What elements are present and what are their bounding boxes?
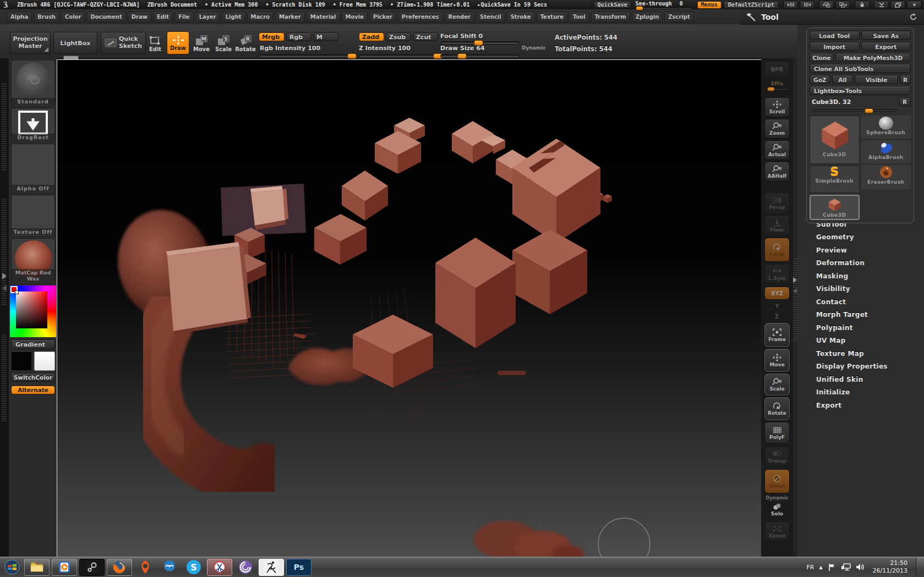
network-icon[interactable] <box>841 563 851 571</box>
taskbar-steam[interactable] <box>79 559 105 576</box>
taskbar-firefox[interactable] <box>107 559 132 576</box>
tool-r-button[interactable]: R <box>899 97 911 106</box>
tool-thumb-cube3d[interactable]: Cube3D <box>810 116 860 164</box>
collapse-right-button[interactable] <box>800 1 814 9</box>
draw-size-slider[interactable] <box>440 54 520 58</box>
section-texture-map[interactable]: Texture Map <box>797 347 924 360</box>
mrgb-button[interactable]: Mrgb <box>259 32 285 41</box>
save-as-button[interactable]: Save As <box>861 31 911 40</box>
scroll-button[interactable]: Scroll <box>764 97 790 117</box>
floor-button[interactable]: Floor <box>764 215 790 236</box>
z-sym-button[interactable]: Z <box>764 311 790 321</box>
tool-thumb-simplebrush[interactable]: S SimpleBrush <box>810 166 860 193</box>
xpose-button[interactable]: Xpose <box>764 521 790 541</box>
main-color-swatch[interactable] <box>11 351 32 371</box>
menu-item-zscript[interactable]: Zscript <box>664 12 693 23</box>
clone-all-subtools-button[interactable]: Clone All SubTools <box>810 64 911 73</box>
see-through-slider[interactable]: See-through 0 <box>636 1 693 9</box>
section-unified-skin[interactable]: Unified Skin <box>797 373 924 386</box>
dynamic-label[interactable]: Dynamic <box>522 45 546 51</box>
tool-panel-header[interactable]: Tool <box>740 9 924 25</box>
zsub-button[interactable]: Zsub <box>386 32 411 41</box>
stroke-thumb[interactable]: DragRect <box>11 108 55 142</box>
goz-all-button[interactable]: All <box>832 75 853 84</box>
menu-item-file[interactable]: File <box>174 12 193 23</box>
see-through-knob[interactable] <box>636 6 643 10</box>
zoom-button[interactable]: Zoom <box>764 119 790 139</box>
clock[interactable]: 21:50 26/11/2013 <box>873 559 907 575</box>
menu-item-document[interactable]: Document <box>86 12 125 23</box>
taskbar-explorer[interactable] <box>24 559 50 576</box>
m-button[interactable]: M <box>313 32 338 41</box>
draw-button[interactable]: Draw <box>167 31 189 54</box>
section-deformation[interactable]: Deformation <box>797 257 924 270</box>
tool-inventory-knob[interactable] <box>865 108 873 113</box>
action-center-flag-icon[interactable] <box>828 563 836 571</box>
material-thumb[interactable]: MatCap Red Wax <box>11 238 55 283</box>
default-zscript-button[interactable]: DefaultZScript <box>724 1 779 9</box>
polyf-button[interactable]: PolyF <box>764 422 790 444</box>
switch-color-button[interactable]: SwitchColor <box>11 373 55 382</box>
texture-thumb[interactable]: Texture Off <box>11 195 55 237</box>
section-contact[interactable]: Contact <box>797 295 924 309</box>
tool-thumb-spherebrush[interactable]: SphereBrush <box>861 116 911 139</box>
tray-expand-icon[interactable] <box>2 273 7 279</box>
taskbar-bittorrent[interactable] <box>233 559 258 576</box>
section-initialize[interactable]: Initialize <box>797 386 924 399</box>
move-button[interactable]: M Move <box>192 32 211 55</box>
lightbox-tools-button[interactable]: Lightbox▸Tools <box>810 86 911 95</box>
menu-item-layer[interactable]: Layer <box>195 12 220 23</box>
y-sym-button[interactable]: Y <box>764 301 790 311</box>
lightbox-button[interactable]: LightBox <box>53 32 97 54</box>
start-button[interactable] <box>1 559 23 576</box>
frame-button[interactable]: Frame <box>764 323 790 347</box>
menu-item-marker[interactable]: Marker <box>275 12 305 23</box>
persp-button[interactable]: Persp <box>764 193 790 213</box>
menu-item-alpha[interactable]: Alpha <box>7 12 32 23</box>
section-display-properties[interactable]: Display Properties <box>797 360 924 373</box>
goz-button[interactable]: GoZ <box>810 75 830 84</box>
projection-master-button[interactable]: ProjectionMaster <box>10 32 51 54</box>
scale-button[interactable]: S Scale <box>214 32 233 55</box>
transp-button[interactable]: Transp <box>764 447 790 466</box>
goz-r-button[interactable]: R <box>900 75 911 84</box>
taskbar-photoshop[interactable]: Ps <box>286 559 311 576</box>
aahalf-button[interactable]: AAHalf <box>764 162 790 182</box>
section-polypaint[interactable]: Polypaint <box>797 321 924 334</box>
taskbar-video-editor[interactable] <box>207 559 232 576</box>
rgb-intensity-slider[interactable] <box>259 54 358 58</box>
taskbar-openoffice[interactable] <box>157 559 182 576</box>
menu-item-texture[interactable]: Texture <box>537 12 567 23</box>
section-geometry[interactable]: Geometry <box>797 231 924 244</box>
section-visibility[interactable]: Visibility <box>797 283 924 296</box>
actual-button[interactable]: Actual <box>764 140 790 160</box>
local-button[interactable]: Local <box>764 238 790 262</box>
spix-slider[interactable] <box>766 87 788 91</box>
menu-item-render[interactable]: Render <box>445 12 474 23</box>
tool-inventory-slider[interactable] <box>810 108 911 113</box>
tray-collapse-icon[interactable] <box>2 285 7 292</box>
section-export[interactable]: Export <box>797 399 924 412</box>
collapse-left-button[interactable] <box>783 1 798 9</box>
cascade-left-button[interactable] <box>819 1 834 9</box>
cascade-right-button[interactable] <box>835 1 850 9</box>
rotate-button[interactable]: R Rotate <box>234 32 256 55</box>
reset-icon[interactable] <box>910 13 917 21</box>
strip-scale-button[interactable]: Scale <box>764 373 790 395</box>
restore-button[interactable] <box>890 1 905 9</box>
rgb-intensity-knob[interactable] <box>347 53 357 59</box>
taskbar-origin[interactable] <box>133 559 157 576</box>
load-tool-button[interactable]: Load Tool <box>810 31 860 40</box>
lock-button[interactable] <box>855 1 870 9</box>
minimize-button[interactable] <box>874 1 889 9</box>
menu-item-material[interactable]: Material <box>307 12 340 23</box>
saturation-square[interactable] <box>16 292 47 328</box>
section-uv-map[interactable]: UV Map <box>797 334 924 348</box>
menu-item-edit[interactable]: Edit <box>153 12 173 23</box>
export-button[interactable]: Export <box>861 42 911 51</box>
alternate-button[interactable]: Alternate <box>11 386 55 394</box>
menu-item-brush[interactable]: Brush <box>34 12 59 23</box>
taskbar-media-player[interactable] <box>52 559 77 576</box>
show-desktop-button[interactable] <box>916 557 924 577</box>
quicksave-button[interactable]: QuickSave <box>594 1 631 8</box>
